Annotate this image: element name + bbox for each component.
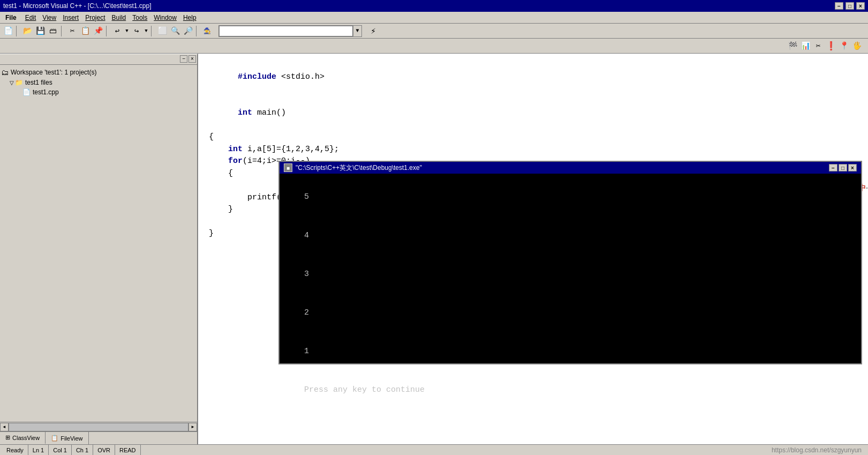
debug-btn3[interactable]: ✂	[812, 40, 824, 52]
sidebar-tabs: ⊞ ClassView 📋 FileView	[0, 431, 197, 444]
minimize-button[interactable]: −	[835, 2, 843, 10]
menu-view[interactable]: View	[39, 13, 59, 23]
scroll-track[interactable]	[9, 423, 188, 431]
status-ln: Ln 1	[28, 445, 49, 455]
undo-dropdown[interactable]: ▼	[124, 25, 130, 37]
tab-classview[interactable]: ⊞ ClassView	[0, 432, 46, 444]
sidebar: − × 🗂 Workspace 'test1': 1 project(s) ▽ …	[0, 54, 198, 444]
status-ovr: OVR	[93, 445, 115, 455]
console-minimize[interactable]: −	[829, 164, 837, 171]
code-line-2: int main()	[209, 95, 857, 132]
class-dropdown-wrap: ▼	[218, 25, 362, 37]
project-label: test1 files	[25, 79, 52, 86]
console-line-6: Press any key to continue	[304, 385, 425, 394]
close-button[interactable]: ×	[856, 2, 865, 10]
tb-separator-5	[196, 26, 199, 36]
classview-label: ClassView	[12, 435, 40, 441]
toolbar2: 🏁 📊 ✂ ❗ 📍 🖐	[0, 39, 868, 54]
file-icon: 📄	[22, 88, 31, 96]
project-node[interactable]: ▽ 📁 test1 files	[1, 78, 196, 87]
tb-separator-3	[106, 26, 109, 36]
status-col: Col 1	[49, 445, 72, 455]
class-dropdown[interactable]	[219, 26, 353, 36]
maximize-button[interactable]: □	[846, 2, 854, 10]
menu-help[interactable]: Help	[180, 13, 200, 23]
copy-button[interactable]: 📋	[79, 25, 91, 37]
classview-icon: ⊞	[5, 434, 10, 441]
status-ch: Ch 1	[72, 445, 93, 455]
debug-btn4[interactable]: ❗	[825, 40, 837, 52]
find-btn[interactable]: 🔎	[182, 25, 194, 37]
tb-separator-1	[16, 26, 19, 36]
workspace-label: Workspace 'test1': 1 project(s)	[11, 69, 96, 76]
console-line-3: 3	[304, 270, 309, 279]
code-line-1: #include <stdio.h>	[209, 59, 857, 95]
redo-dropdown[interactable]: ▼	[144, 25, 149, 37]
tb-separator-4	[151, 26, 154, 36]
open-button[interactable]: 📂	[21, 25, 33, 37]
fileview-label: FileView	[61, 435, 82, 442]
menu-tools[interactable]: Tools	[129, 13, 150, 23]
go-button[interactable]: ⚡	[367, 25, 379, 37]
tab-fileview[interactable]: 📋 FileView	[46, 432, 88, 444]
console-close[interactable]: ×	[848, 164, 857, 171]
debug-btn1[interactable]: 🏁	[787, 40, 798, 52]
code-include-keyword: #include	[238, 72, 276, 81]
debug-btn6[interactable]: 🖐	[851, 40, 863, 52]
status-read: READ	[115, 445, 141, 455]
file-label: test1.cpp	[33, 88, 59, 96]
cut-button[interactable]: ✂	[66, 25, 78, 37]
class-dropdown-arrow[interactable]: ▼	[353, 26, 361, 36]
collapse-icon: ▽	[10, 80, 14, 86]
menu-insert[interactable]: Insert	[59, 13, 82, 23]
file-node[interactable]: 📄 test1.cpp	[1, 87, 196, 97]
console-line-2: 4	[304, 231, 309, 240]
menu-window[interactable]: Window	[150, 13, 180, 23]
console-window: ■ "C:\Scripts\C++英文\C\test\Debug\test1.e…	[278, 161, 862, 364]
ime-dot-label: ·	[866, 184, 868, 192]
console-line-1: 5	[304, 192, 309, 202]
new-button[interactable]: 📄	[2, 25, 14, 37]
console-line-4: 2	[304, 308, 309, 317]
console-maximize[interactable]: □	[839, 164, 847, 171]
save-button[interactable]: 💾	[34, 25, 46, 37]
console-title: "C:\Scripts\C++英文\C\test\Debug\test1.exe…	[296, 163, 828, 173]
scroll-right[interactable]: ►	[188, 423, 197, 431]
watermark: https://blog.csdn.net/szgyunyun	[772, 446, 866, 454]
menu-file[interactable]: File	[2, 13, 20, 23]
menu-edit[interactable]: Edit	[22, 13, 40, 23]
workspace-node[interactable]: 🗂 Workspace 'test1': 1 project(s)	[1, 67, 196, 78]
window-btn[interactable]: ⬜	[156, 25, 168, 37]
debug-btn5[interactable]: 📍	[838, 40, 850, 52]
view-btn[interactable]: 🔍	[169, 25, 181, 37]
console-app-icon: ■	[284, 163, 292, 172]
debug-btn2[interactable]: 📊	[799, 40, 811, 52]
undo-button[interactable]: ↩	[111, 25, 123, 37]
console-line-5: 1	[304, 347, 309, 356]
code-line-3: {	[209, 131, 857, 144]
project-icon: 📁	[15, 79, 23, 86]
sidebar-scrollbar: ◄ ►	[0, 422, 197, 431]
sidebar-close[interactable]: ×	[188, 55, 196, 63]
save-all-button[interactable]: 🗃	[47, 25, 59, 37]
redo-button[interactable]: ↪	[131, 25, 142, 37]
code-line-4: int i,a[5]={1,2,3,4,5};	[209, 144, 857, 156]
sidebar-header: − ×	[0, 54, 197, 65]
title-bar: test1 - Microsoft Visual C++ - [C:\...\C…	[0, 0, 868, 12]
workspace-icon: 🗂	[1, 68, 9, 77]
paste-button[interactable]: 📌	[92, 25, 104, 37]
code-int-keyword: int	[238, 108, 252, 117]
status-ready: Ready	[2, 445, 28, 455]
console-output: 5 4 3 2 1 Press any key to continue	[280, 174, 861, 363]
sidebar-content: 🗂 Workspace 'test1': 1 project(s) ▽ 📁 te…	[0, 65, 197, 422]
status-bar: Ready Ln 1 Col 1 Ch 1 OVR READ https://b…	[0, 444, 868, 455]
menu-project[interactable]: Project	[82, 13, 108, 23]
wizard-button[interactable]: 🧙	[201, 25, 213, 37]
menu-build[interactable]: Build	[109, 13, 130, 23]
scroll-left[interactable]: ◄	[0, 423, 9, 431]
sidebar-minimize[interactable]: −	[180, 55, 187, 63]
console-titlebar: ■ "C:\Scripts\C++英文\C\test\Debug\test1.e…	[280, 162, 861, 174]
toolbar1: 📄 📂 💾 🗃 ✂ 📋 📌 ↩ ▼ ↪ ▼ ⬜ 🔍 🔎 🧙 ▼ ⚡	[0, 24, 868, 39]
title-text: test1 - Microsoft Visual C++ - [C:\...\C…	[3, 2, 834, 10]
fileview-icon: 📋	[51, 435, 58, 442]
